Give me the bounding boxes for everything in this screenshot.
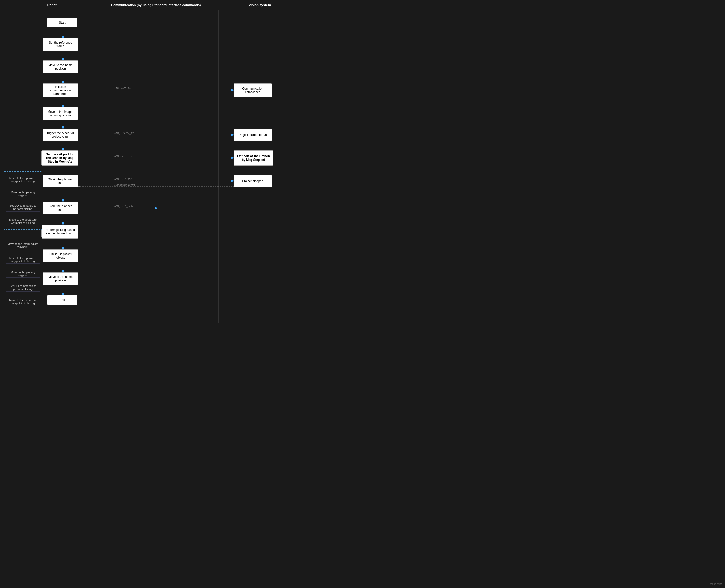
place-item-5: Move to the departure waypoint of placin… bbox=[5, 299, 40, 305]
box-home1: Move to the home position bbox=[43, 60, 78, 73]
box-trigger: Trigger the Mech-Viz project to run bbox=[43, 128, 78, 141]
box-home2: Move to the home position bbox=[43, 272, 78, 285]
box-init-comm: Initialize communication parameters bbox=[43, 83, 78, 97]
diagram-wrapper: Robot Communication (by using Standard I… bbox=[0, 0, 312, 322]
place-item-1: Move to the intermediate waypoint bbox=[5, 242, 40, 249]
header-robot: Robot bbox=[0, 0, 104, 10]
box-store-path: Store the planned path bbox=[43, 202, 78, 214]
label-mm-start: MM_START_VIZ bbox=[114, 131, 136, 134]
pick-group: Move to the approach waypoint of picking… bbox=[3, 171, 42, 230]
pick-item-4: Move to the departure waypoint of pickin… bbox=[5, 218, 40, 224]
header-vision: Vision system bbox=[208, 0, 312, 10]
box-obtain-path: Obtain the planned path bbox=[43, 175, 78, 187]
box-end: End bbox=[47, 295, 78, 305]
box-set-ref: Set the reference frame bbox=[43, 38, 78, 51]
box-exit-port-set: Exit port of the Branch by Msg Step set bbox=[234, 150, 273, 166]
place-item-3: Move to the placing waypoint bbox=[5, 271, 40, 278]
place-item-2: Move to the approach waypoint of placing bbox=[5, 256, 40, 264]
label-mm-init: MM_INIT_SK bbox=[114, 87, 131, 90]
box-set-exit: Set the exit port for the Branch by Msg … bbox=[41, 150, 78, 166]
pick-item-3: Set DO commands to perform picking bbox=[5, 204, 40, 212]
box-proj-stop: Project stopped bbox=[234, 175, 272, 187]
header-comm: Communication (by using Standard Interfa… bbox=[104, 0, 208, 10]
box-comm-est: Communication established bbox=[234, 83, 272, 97]
place-group: Move to the intermediate waypoint Move t… bbox=[3, 237, 42, 310]
header: Robot Communication (by using Standard I… bbox=[0, 0, 312, 10]
pick-item-2: Move to the picking waypoint bbox=[5, 190, 40, 198]
label-mm-set-bch: MM_SET_BCH bbox=[114, 154, 133, 158]
box-place-obj: Place the picked object bbox=[43, 249, 78, 262]
box-perform-pick: Perform picking based on the planned pat… bbox=[41, 225, 78, 238]
label-return-result: Return the result bbox=[114, 183, 135, 186]
box-proj-start: Project started to run bbox=[234, 128, 272, 141]
place-item-4: Set DO commands to perform placing bbox=[5, 285, 40, 292]
box-start: Start bbox=[47, 18, 78, 27]
box-image-pos: Move to the image-capturing position bbox=[43, 107, 78, 120]
label-mm-get-viz: MM_GET_VIZ bbox=[114, 177, 132, 180]
pick-item-1: Move to the approach waypoint of picking bbox=[5, 176, 40, 184]
label-mm-get-jps: MM_GET_JPS bbox=[114, 205, 133, 208]
